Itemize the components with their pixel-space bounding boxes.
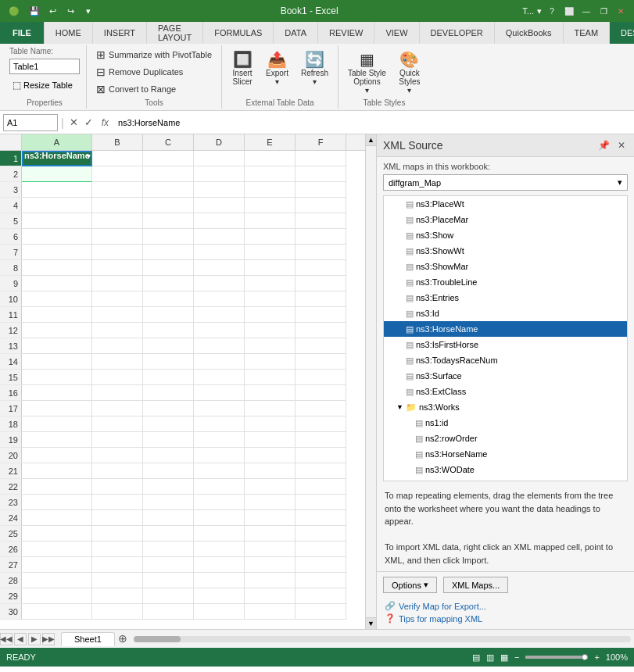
cell-a27[interactable] bbox=[22, 557, 92, 573]
cell-c16[interactable] bbox=[143, 385, 194, 401]
cell-c17[interactable] bbox=[143, 401, 194, 416]
confirm-formula-btn[interactable]: ✓ bbox=[82, 116, 95, 128]
cell-b28[interactable] bbox=[92, 573, 143, 588]
cell-f20[interactable] bbox=[296, 448, 346, 463]
tree-item[interactable]: ▤ns3:TodaysRaceNum bbox=[384, 352, 627, 368]
h-scroll-area[interactable] bbox=[131, 636, 634, 642]
cell-d25[interactable] bbox=[194, 526, 245, 542]
user-dropdown[interactable]: ▾ bbox=[537, 6, 542, 16]
tips-link[interactable]: ❓ Tips for mapping XML bbox=[385, 613, 626, 624]
undo-btn[interactable]: ↩ bbox=[45, 3, 60, 19]
cell-c29[interactable] bbox=[143, 588, 194, 604]
cell-a13[interactable] bbox=[22, 338, 92, 354]
cell-c22[interactable] bbox=[143, 479, 194, 495]
cell-e17[interactable] bbox=[245, 401, 296, 416]
cell-b30[interactable] bbox=[92, 604, 143, 620]
cell-d26[interactable] bbox=[194, 542, 245, 557]
cell-d11[interactable] bbox=[194, 307, 245, 323]
cell-a2[interactable] bbox=[22, 166, 92, 182]
sheet-nav-next[interactable]: ▶ bbox=[28, 633, 41, 645]
cell-b14[interactable] bbox=[92, 354, 143, 370]
cell-b8[interactable] bbox=[92, 260, 143, 276]
cell-e26[interactable] bbox=[245, 542, 296, 557]
cell-a14[interactable] bbox=[22, 354, 92, 370]
convert-to-range-btn[interactable]: ⊠ Convert to Range bbox=[93, 81, 179, 97]
cell-e10[interactable] bbox=[245, 291, 296, 307]
cell-c1[interactable] bbox=[143, 151, 194, 166]
cell-e14[interactable] bbox=[245, 354, 296, 370]
table-style-options-btn[interactable]: ▦ Table StyleOptions ▾ bbox=[345, 50, 389, 96]
cell-f25[interactable] bbox=[296, 526, 346, 542]
cell-d21[interactable] bbox=[194, 463, 245, 479]
cell-a19[interactable] bbox=[22, 432, 92, 448]
cell-a1[interactable]: ns3:HorseName ▾ bbox=[22, 151, 92, 166]
tab-formulas[interactable]: FORMULAS bbox=[203, 22, 274, 44]
cell-e24[interactable] bbox=[245, 510, 296, 526]
cell-b17[interactable] bbox=[92, 401, 143, 416]
cell-d6[interactable] bbox=[194, 229, 245, 245]
cell-d17[interactable] bbox=[194, 401, 245, 416]
cell-e16[interactable] bbox=[245, 385, 296, 401]
tree-item[interactable]: ▤ns3:HorseName bbox=[384, 321, 627, 337]
cell-e9[interactable] bbox=[245, 276, 296, 291]
cell-e25[interactable] bbox=[245, 526, 296, 542]
col-header-c[interactable]: C bbox=[143, 134, 194, 150]
cell-d7[interactable] bbox=[194, 245, 245, 260]
col-header-a[interactable]: A bbox=[22, 134, 92, 150]
cell-f23[interactable] bbox=[296, 495, 346, 510]
cell-b13[interactable] bbox=[92, 338, 143, 354]
cell-b10[interactable] bbox=[92, 291, 143, 307]
cell-f6[interactable] bbox=[296, 229, 346, 245]
cell-e11[interactable] bbox=[245, 307, 296, 323]
cell-d23[interactable] bbox=[194, 495, 245, 510]
tree-item[interactable]: ▤ns3:ShowWt bbox=[384, 243, 627, 259]
cell-f8[interactable] bbox=[296, 260, 346, 276]
cell-d30[interactable] bbox=[194, 604, 245, 620]
cell-d29[interactable] bbox=[194, 588, 245, 604]
formula-input[interactable] bbox=[115, 118, 631, 127]
cell-d27[interactable] bbox=[194, 557, 245, 573]
tree-item[interactable]: ▤ns3:Track bbox=[384, 477, 627, 481]
cell-e22[interactable] bbox=[245, 479, 296, 495]
tab-developer[interactable]: DEVELOPER bbox=[420, 22, 495, 44]
cell-a5[interactable] bbox=[22, 213, 92, 229]
cell-a26[interactable] bbox=[22, 542, 92, 557]
tree-item[interactable]: ▤ns3:Entries bbox=[384, 290, 627, 306]
tree-item[interactable]: ▼📁ns3:Works bbox=[384, 399, 627, 415]
tab-review[interactable]: REVIEW bbox=[318, 22, 374, 44]
cell-c4[interactable] bbox=[143, 198, 194, 213]
cell-a12[interactable] bbox=[22, 323, 92, 338]
minimize-btn[interactable]: — bbox=[579, 5, 593, 17]
col-header-e[interactable]: E bbox=[245, 134, 296, 150]
cell-b27[interactable] bbox=[92, 557, 143, 573]
sheet-nav-last[interactable]: ▶▶ bbox=[42, 633, 55, 645]
maximize-btn[interactable]: ❐ bbox=[596, 5, 611, 17]
cell-c18[interactable] bbox=[143, 416, 194, 432]
summarize-pivottable-btn[interactable]: ⊞ Summarize with PivotTable bbox=[93, 47, 215, 63]
help-btn[interactable]: ? bbox=[545, 5, 559, 17]
cell-b15[interactable] bbox=[92, 370, 143, 385]
cell-c19[interactable] bbox=[143, 432, 194, 448]
cell-a25[interactable] bbox=[22, 526, 92, 542]
tree-expander[interactable]: ▼ bbox=[396, 403, 403, 411]
customize-qa-btn[interactable]: ▾ bbox=[81, 3, 96, 19]
cell-e1[interactable] bbox=[245, 151, 296, 166]
tree-item[interactable]: ▤ns3:ShowMar bbox=[384, 259, 627, 274]
cell-c7[interactable] bbox=[143, 245, 194, 260]
tree-item[interactable]: ▤ns3:Id bbox=[384, 306, 627, 321]
cell-f14[interactable] bbox=[296, 354, 346, 370]
cell-f9[interactable] bbox=[296, 276, 346, 291]
tree-item[interactable]: ▤ns3:Surface bbox=[384, 368, 627, 384]
cell-b9[interactable] bbox=[92, 276, 143, 291]
cell-d28[interactable] bbox=[194, 573, 245, 588]
cell-b18[interactable] bbox=[92, 416, 143, 432]
export-btn[interactable]: 📤 Export ▾ bbox=[263, 50, 292, 88]
tree-item[interactable]: ▤ns3:IsFirstHorse bbox=[384, 337, 627, 352]
cell-d9[interactable] bbox=[194, 276, 245, 291]
cell-b6[interactable] bbox=[92, 229, 143, 245]
insert-slicer-btn[interactable]: 🔲 InsertSlicer bbox=[228, 50, 256, 88]
tree-item[interactable]: ▤ns3:WODate bbox=[384, 462, 627, 477]
cell-e15[interactable] bbox=[245, 370, 296, 385]
cell-b24[interactable] bbox=[92, 510, 143, 526]
cell-c25[interactable] bbox=[143, 526, 194, 542]
